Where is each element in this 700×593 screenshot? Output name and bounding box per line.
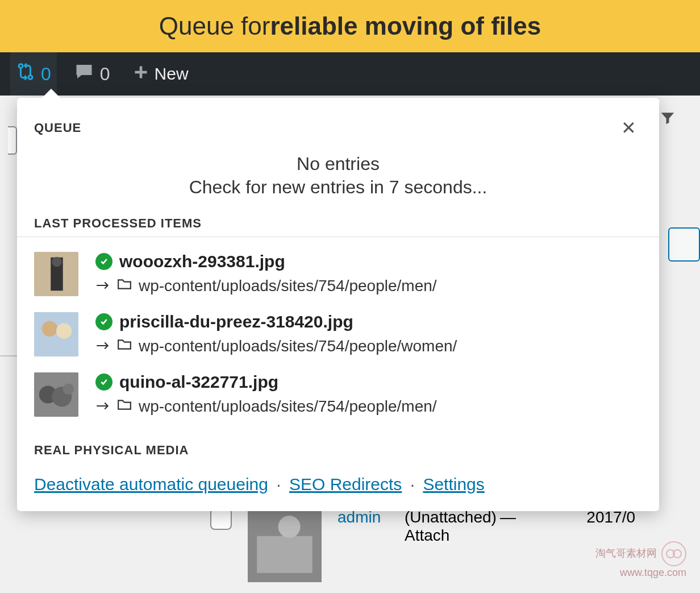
list-item: priscilla-du-preez-318420.jpg wp-content…	[34, 304, 642, 364]
separator-dot: ·	[273, 475, 284, 494]
item-thumbnail	[34, 312, 78, 356]
processed-items-list: wooozxh-293381.jpg wp-content/uploads/si…	[17, 237, 659, 439]
deactivate-link[interactable]: Deactivate automatic queueing	[34, 475, 268, 494]
queue-dropdown-panel: QUEUE ✕ No entries Check for new entries…	[17, 98, 659, 511]
svg-point-9	[52, 257, 62, 267]
arrow-right-icon	[95, 397, 110, 416]
no-entries-text: No entries	[17, 147, 659, 177]
close-icon[interactable]: ✕	[615, 115, 642, 141]
media-thumbnail[interactable]	[248, 508, 322, 582]
row-checkbox[interactable]	[210, 508, 232, 530]
row-attach-status: (Unattached) Attach	[405, 508, 484, 545]
svg-rect-3	[135, 71, 147, 73]
item-filename: wooozxh-293381.jpg	[119, 252, 285, 271]
bg-input-fragment	[8, 126, 17, 155]
settings-link[interactable]: Settings	[423, 475, 484, 494]
check-circle-icon	[95, 313, 113, 330]
bg-rule-fragment	[0, 355, 17, 356]
footer-links: Deactivate automatic queueing · SEO Redi…	[34, 458, 642, 494]
svg-point-0	[19, 64, 23, 68]
item-thumbnail	[34, 372, 78, 417]
svg-rect-10	[34, 312, 78, 356]
svg-rect-5	[257, 536, 312, 573]
attach-link[interactable]: Attach	[405, 526, 449, 544]
svg-point-1	[28, 76, 32, 80]
comment-count: 0	[100, 64, 110, 85]
svg-point-12	[56, 324, 72, 339]
panel-title: QUEUE	[34, 121, 81, 135]
item-filename: priscilla-du-preez-318420.jpg	[119, 312, 353, 331]
bg-button-fragment	[668, 227, 700, 262]
watermark-badge-icon	[661, 541, 686, 566]
plus-icon	[133, 64, 149, 85]
footer-section-title: REAL PHYSICAL MEDIA	[34, 439, 642, 458]
check-circle-icon	[95, 253, 113, 270]
seo-redirects-link[interactable]: SEO Redirects	[289, 475, 402, 494]
new-label: New	[155, 64, 189, 84]
item-thumbnail	[34, 252, 78, 296]
item-path: wp-content/uploads/sites/754/people/men/	[139, 277, 437, 295]
list-item: quino-al-322771.jpg wp-content/uploads/s…	[34, 364, 642, 425]
svg-point-6	[278, 516, 301, 538]
item-path: wp-content/uploads/sites/754/people/men/	[139, 397, 437, 416]
admin-toolbar: 0 0 New	[0, 52, 700, 96]
new-toolbar-item[interactable]: New	[127, 52, 194, 96]
arrow-right-icon	[95, 337, 110, 355]
svg-point-16	[63, 384, 74, 395]
folder-icon	[117, 397, 132, 416]
list-item: wooozxh-293381.jpg wp-content/uploads/si…	[34, 244, 642, 304]
check-countdown-text: Check for new entries in 7 seconds...	[17, 177, 659, 213]
folder-icon	[117, 277, 132, 295]
separator-dot: ·	[407, 475, 418, 494]
media-table-row: admin (Unattached) Attach — 2017/0	[210, 508, 635, 582]
check-circle-icon	[95, 374, 113, 391]
banner-strong: reliable moving of files	[270, 12, 541, 40]
queue-count: 0	[41, 64, 51, 85]
git-compare-icon	[16, 62, 35, 86]
promo-banner: Queue for reliable moving of files	[0, 0, 700, 52]
svg-point-11	[42, 321, 57, 337]
comment-icon	[74, 61, 94, 86]
banner-prefix: Queue for	[159, 12, 270, 40]
item-path: wp-content/uploads/sites/754/people/wome…	[139, 337, 457, 355]
item-filename: quino-al-322771.jpg	[119, 372, 278, 392]
last-processed-title: LAST PROCESSED ITEMS	[17, 213, 659, 231]
comments-toolbar-item[interactable]: 0	[68, 52, 116, 96]
folder-icon	[117, 337, 132, 355]
filter-icon	[659, 109, 676, 126]
arrow-right-icon	[95, 277, 110, 295]
